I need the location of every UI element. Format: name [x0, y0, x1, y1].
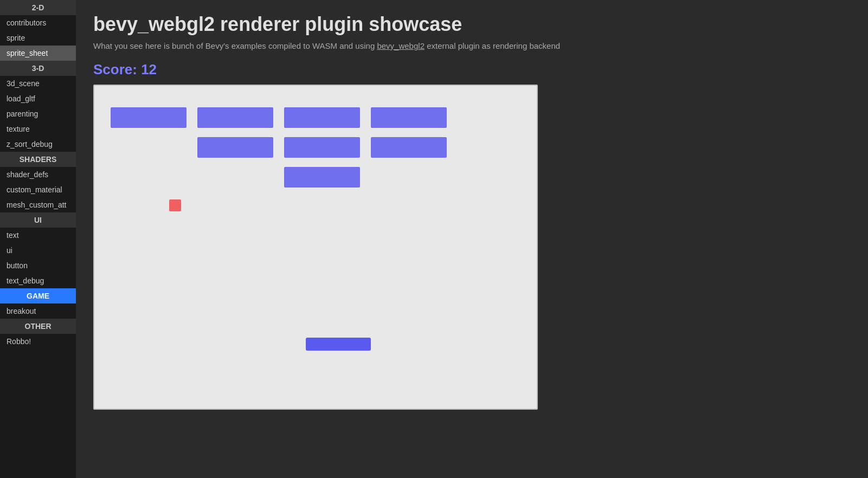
bevy-webgl2-link[interactable]: bevy_webgl2: [377, 41, 425, 50]
sidebar-item-sprite-sheet[interactable]: sprite_sheet: [0, 46, 76, 61]
page-subtitle: What you see here is bunch of Bevy's exa…: [93, 41, 851, 50]
brick-5: [284, 137, 360, 158]
sidebar-item-3d-scene[interactable]: 3d_scene: [0, 76, 76, 91]
brick-7: [284, 167, 360, 188]
sidebar-section-2-d[interactable]: 2-D: [0, 0, 76, 15]
paddle: [306, 338, 371, 351]
sidebar-item-robbo-[interactable]: Robbo!: [0, 334, 76, 349]
sidebar-item-texture[interactable]: texture: [0, 121, 76, 137]
sidebar-item-ui[interactable]: ui: [0, 243, 76, 258]
sidebar: 2-Dcontributorsspritesprite_sheet3-D3d_s…: [0, 0, 76, 478]
brick-2: [284, 107, 360, 128]
brick-6: [371, 137, 447, 158]
sidebar-item-contributors[interactable]: contributors: [0, 15, 76, 30]
sidebar-section-shaders[interactable]: SHADERS: [0, 152, 76, 167]
sidebar-item-shader-defs[interactable]: shader_defs: [0, 167, 76, 182]
sidebar-item-load-gltf[interactable]: load_gltf: [0, 91, 76, 106]
main-content: bevy_webgl2 renderer plugin showcase Wha…: [76, 0, 868, 478]
subtitle-prefix: What you see here is bunch of Bevy's exa…: [93, 41, 375, 50]
sidebar-item-text-debug[interactable]: text_debug: [0, 273, 76, 288]
brick-4: [197, 137, 273, 158]
sidebar-item-button[interactable]: button: [0, 258, 76, 273]
brick-1: [197, 107, 273, 128]
sidebar-item-text[interactable]: text: [0, 228, 76, 243]
game-canvas[interactable]: [93, 85, 538, 410]
brick-3: [371, 107, 447, 128]
sidebar-section-other[interactable]: OTHER: [0, 319, 76, 334]
sidebar-item-mesh-custom-att[interactable]: mesh_custom_att: [0, 197, 76, 212]
page-title: bevy_webgl2 renderer plugin showcase: [93, 13, 851, 36]
sidebar-section-game[interactable]: GAME: [0, 288, 76, 303]
subtitle-suffix: external plugin as rendering backend: [427, 41, 560, 50]
ball: [169, 199, 181, 211]
score-display: Score: 12: [93, 61, 851, 78]
sidebar-item-parenting[interactable]: parenting: [0, 106, 76, 121]
sidebar-item-breakout[interactable]: breakout: [0, 303, 76, 319]
sidebar-item-sprite[interactable]: sprite: [0, 30, 76, 46]
sidebar-section-ui[interactable]: UI: [0, 212, 76, 228]
sidebar-item-z-sort-debug[interactable]: z_sort_debug: [0, 137, 76, 152]
brick-0: [111, 107, 187, 128]
sidebar-item-custom-material[interactable]: custom_material: [0, 182, 76, 197]
sidebar-section-3-d[interactable]: 3-D: [0, 61, 76, 76]
